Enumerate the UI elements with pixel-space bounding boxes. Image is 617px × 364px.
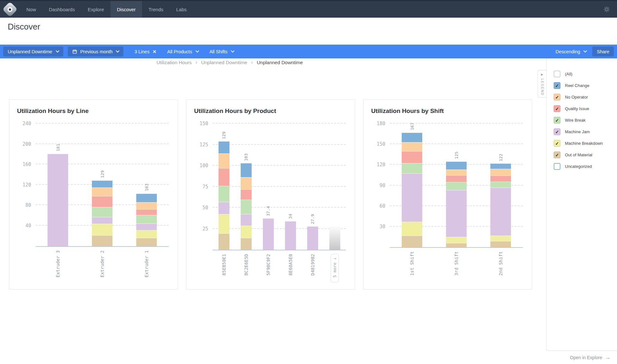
bar-85eb50e1[interactable]: 12985EB50E1 — [219, 141, 229, 250]
legend-checkbox[interactable]: ✓ — [554, 94, 560, 100]
bar-segment-wire-break[interactable] — [490, 182, 511, 187]
bar-segment-reel-change[interactable] — [241, 163, 252, 177]
bar-5-more[interactable]: 5 more ↓ — [329, 227, 340, 250]
bar-segment-no-operator[interactable] — [446, 169, 467, 175]
legend-collapse-tab[interactable]: ▶ LEGEND — [538, 70, 546, 98]
legend-item-machine-breakdown[interactable]: ✓Machine Breakdown — [554, 140, 603, 147]
bar-5f98c9f2[interactable]: 37.45F98C9F2 — [263, 218, 274, 250]
bar-2nd-shift[interactable]: 1222nd Shift — [490, 163, 511, 247]
bar-segment-wire-break[interactable] — [446, 182, 467, 190]
breadcrumb-item[interactable]: Utilization Hours — [156, 60, 192, 65]
legend-checkbox[interactable]: ✓ — [554, 105, 560, 112]
bar-segment-out-of-material[interactable] — [136, 238, 157, 246]
legend-item-reel-change[interactable]: ✓Reel Change — [554, 82, 603, 89]
nav-item-labs[interactable]: Labs — [170, 1, 193, 18]
app-logo[interactable] — [0, 1, 20, 18]
bar-segment-reel-change[interactable] — [446, 161, 467, 170]
legend-checkbox[interactable]: ✓ — [554, 117, 560, 124]
lines-filter[interactable]: 3 Lines × — [134, 48, 156, 55]
bar-segment-wire-break[interactable] — [136, 215, 157, 223]
bar-segment-machine-jam[interactable] — [402, 173, 422, 222]
bar-segment-machine-jam[interactable] — [307, 226, 318, 250]
bar-segment-out-of-material[interactable] — [92, 235, 112, 246]
bar-3rd-shift[interactable]: 1253rd Shift — [446, 161, 467, 247]
bar-segment-machine-breakdown[interactable] — [241, 226, 252, 238]
legend-checkbox[interactable]: ✓ — [554, 128, 560, 135]
bar-segment-wire-break[interactable] — [402, 163, 422, 173]
bar-segment-out-of-material[interactable] — [490, 241, 511, 247]
bar-segment-reel-change[interactable] — [490, 163, 511, 169]
bar-segment-machine-jam[interactable] — [219, 202, 229, 214]
nav-item-explore[interactable]: Explore — [81, 1, 111, 18]
legend-item-out-of-material[interactable]: ✓Out of Material — [554, 152, 603, 158]
bar-segment-quality-issue[interactable] — [92, 196, 112, 207]
bar-segment-no-operator[interactable] — [241, 177, 252, 189]
legend-checkbox[interactable]: ✓ — [554, 82, 560, 89]
measure-filter-dropdown[interactable]: Unplanned Downtime — [3, 47, 63, 56]
legend-item-machine-jam[interactable]: ✓Machine Jam — [554, 128, 603, 135]
bar-segment-no-operator[interactable] — [402, 142, 422, 151]
legend-item-uncategorized[interactable]: Uncategorized — [554, 163, 603, 170]
bar-segment-out-of-material[interactable] — [446, 243, 467, 247]
bar-segment-quality-issue[interactable] — [241, 189, 252, 200]
nav-item-trends[interactable]: Trends — [142, 1, 170, 18]
legend-checkbox[interactable] — [554, 71, 560, 77]
legend-checkbox[interactable] — [554, 163, 560, 170]
bar-segment-machine-breakdown[interactable] — [490, 236, 511, 241]
bar-segment-machine-jam[interactable] — [241, 214, 252, 226]
bar-segment-machine-jam[interactable] — [263, 218, 274, 250]
bar-segment-machine-breakdown[interactable] — [92, 224, 112, 236]
nav-item-dashboards[interactable]: Dashboards — [42, 1, 81, 18]
close-icon[interactable]: × — [153, 48, 156, 55]
bar-segment-machine-jam[interactable] — [446, 190, 467, 237]
bar-segment-quality-issue[interactable] — [219, 168, 229, 186]
bar-1st-shift[interactable]: 1671st Shift — [402, 133, 422, 247]
breadcrumb-item[interactable]: Unplanned Downtime — [257, 60, 303, 65]
bar-segment-machine-jam[interactable] — [48, 154, 68, 246]
bar-segment-quality-issue[interactable] — [446, 175, 467, 182]
bar-segment-reel-change[interactable] — [402, 133, 422, 142]
bar-segment-out-of-material[interactable] — [241, 238, 252, 250]
bar-extruder-1[interactable]: 103Extruder 1 — [136, 194, 157, 246]
bar-bc2e6e5d[interactable]: 103BC2E6E5D — [241, 163, 252, 250]
bar-segment-machine-breakdown[interactable] — [446, 237, 467, 243]
open-in-explore-button[interactable]: Open in Explore → — [546, 351, 617, 364]
shifts-filter-dropdown[interactable]: All Shifts — [210, 49, 234, 54]
bar-segment-no-operator[interactable] — [490, 169, 511, 176]
legend-item-no-operator[interactable]: ✓No Operator — [554, 94, 603, 100]
time-range-dropdown[interactable]: Previous month — [68, 47, 124, 56]
bar-segment-reel-change[interactable] — [219, 141, 229, 153]
bar-segment-quality-issue[interactable] — [136, 209, 157, 215]
bar-segment-machine-breakdown[interactable] — [402, 222, 422, 236]
bar-d48199b2[interactable]: 27.9D48199B2 — [307, 226, 318, 250]
breadcrumb-item[interactable]: Unplanned Downtime — [201, 60, 247, 65]
sort-dropdown[interactable]: Descending — [556, 49, 587, 54]
bar-segment-machine-jam[interactable] — [136, 223, 157, 230]
bar-segment-machine-jam[interactable] — [490, 187, 511, 236]
legend-checkbox[interactable]: ✓ — [554, 140, 560, 147]
show-more-button[interactable]: 5 more ↓ — [331, 254, 339, 282]
bar-segment-machine-breakdown[interactable] — [219, 214, 229, 233]
legend-item-quality-issue[interactable]: ✓Quality Issue — [554, 105, 603, 112]
bar-segment-wire-break[interactable] — [241, 200, 252, 214]
bar-segment-quality-issue[interactable] — [490, 176, 511, 182]
bar-extruder-2[interactable]: 129Extruder 2 — [92, 180, 112, 246]
bar-segment-out-of-material[interactable] — [219, 233, 229, 250]
bar-8e60a5e0[interactable]: 348E60A5E0 — [285, 221, 296, 250]
bar-segment-machine-breakdown[interactable] — [136, 230, 157, 238]
legend-item-wire-break[interactable]: ✓Wire Break — [554, 117, 603, 124]
legend-item--all-[interactable]: (All) — [554, 71, 603, 77]
products-filter-dropdown[interactable]: All Products — [167, 49, 198, 54]
bar-segment-wire-break[interactable] — [219, 186, 229, 202]
bar-extruder-3[interactable]: 181Extruder 3 — [48, 154, 68, 246]
bar-segment-reel-change[interactable] — [136, 194, 157, 202]
bar-segment-wire-break[interactable] — [92, 207, 112, 217]
bar-segment-no-operator[interactable] — [219, 153, 229, 168]
bar-segment-reel-change[interactable] — [92, 180, 112, 187]
share-button[interactable]: Share — [592, 47, 614, 56]
bar-segment-no-operator[interactable] — [136, 202, 157, 209]
bar-segment-out-of-material[interactable] — [402, 236, 422, 247]
bar-segment-no-operator[interactable] — [92, 187, 112, 196]
nav-item-now[interactable]: Now — [20, 1, 42, 18]
bar-segment-machine-jam[interactable] — [92, 217, 112, 224]
